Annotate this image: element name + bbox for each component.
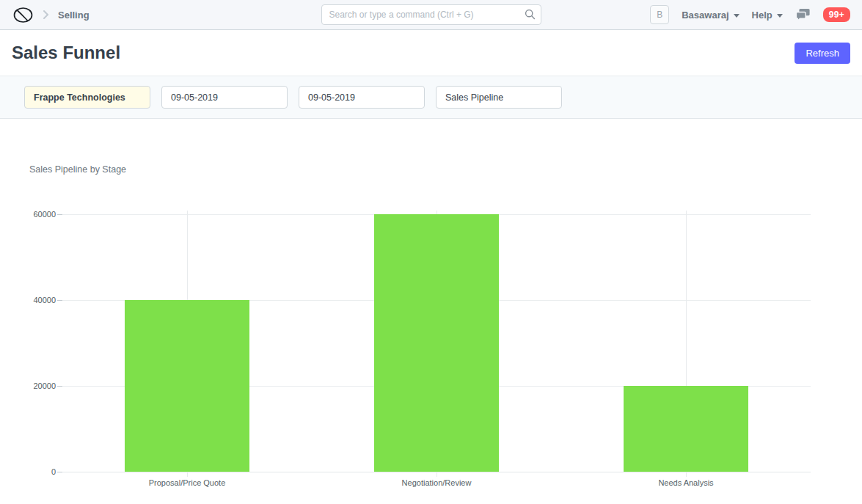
chart-type-filter[interactable]	[436, 86, 562, 109]
user-menu[interactable]: Basawaraj	[682, 10, 739, 21]
chart-columns	[62, 214, 811, 472]
refresh-button[interactable]: Refresh	[795, 43, 850, 64]
app-logo-icon[interactable]	[12, 5, 34, 24]
breadcrumb-selling[interactable]: Selling	[58, 10, 90, 21]
page-title: Sales Funnel	[12, 43, 120, 63]
chart-column	[62, 214, 312, 472]
chevron-right-icon	[43, 10, 49, 20]
user-name: Basawaraj	[682, 10, 728, 21]
y-axis-tick-label: 0	[22, 467, 56, 476]
chart-bar[interactable]	[624, 386, 748, 472]
filter-bar	[0, 76, 862, 119]
chart-title: Sales Pipeline by Stage	[29, 164, 862, 175]
y-axis-tick-label: 60000	[22, 210, 56, 219]
y-axis-tick-label: 40000	[22, 296, 56, 304]
x-axis-label: Proposal/Price Quote	[62, 478, 312, 487]
chevron-down-icon	[777, 14, 783, 18]
help-menu[interactable]: Help	[752, 10, 783, 21]
to-date-filter[interactable]	[299, 86, 425, 109]
help-label: Help	[752, 10, 772, 21]
notification-badge[interactable]: 99+	[823, 7, 850, 22]
page-head: Sales Funnel Refresh	[0, 30, 862, 76]
avatar[interactable]: B	[650, 5, 669, 24]
company-filter[interactable]	[24, 86, 150, 109]
from-date-filter[interactable]	[161, 86, 288, 109]
x-axis-label: Negotiation/Review	[312, 478, 561, 487]
global-search	[321, 4, 541, 25]
search-icon	[525, 9, 536, 23]
chart-bar[interactable]	[374, 214, 499, 472]
search-input[interactable]	[321, 4, 541, 25]
chart-column	[561, 214, 811, 472]
x-axis-label: Needs Analysis	[561, 478, 811, 487]
chat-icon[interactable]	[795, 8, 811, 22]
chart-column	[312, 214, 561, 472]
chart-bar[interactable]	[125, 300, 249, 472]
y-axis-tick-label: 20000	[22, 381, 56, 390]
chevron-down-icon	[734, 14, 739, 18]
navbar: Selling B Basawaraj Help 99+	[0, 0, 862, 30]
chart-plot: 0200004000060000	[62, 214, 811, 472]
